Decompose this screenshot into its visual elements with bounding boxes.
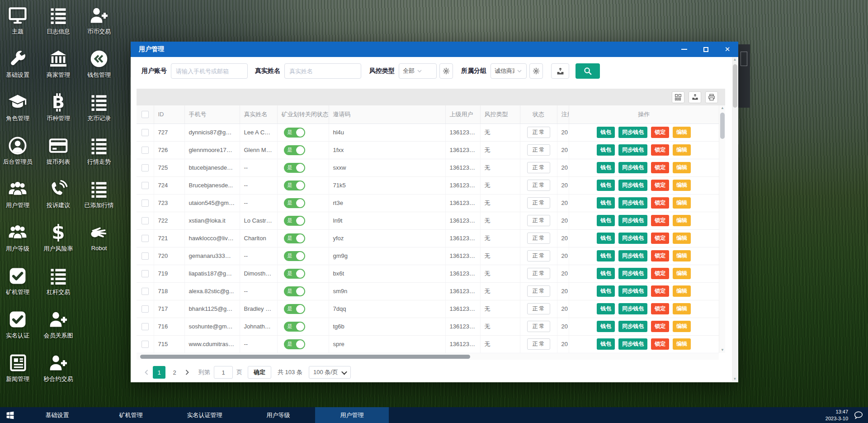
select-all-checkbox[interactable]: [142, 111, 149, 118]
row-checkbox[interactable]: [142, 323, 149, 330]
action-wallet-button[interactable]: 钱包: [597, 144, 615, 156]
action-lock-button[interactable]: 锁定: [651, 127, 669, 138]
action-edit-button[interactable]: 编辑: [673, 215, 691, 226]
row-checkbox[interactable]: [142, 182, 149, 189]
action-edit-button[interactable]: 编辑: [673, 144, 691, 156]
taskbar-clock[interactable]: 13:47 2023-3-10: [826, 409, 848, 422]
action-wallet-button[interactable]: 钱包: [597, 162, 615, 173]
desktop-icon-list[interactable]: 杠杆交易: [38, 262, 79, 306]
action-wallet-button[interactable]: 钱包: [597, 215, 615, 226]
desktop-icon-credit-card[interactable]: 提币列表: [38, 132, 79, 176]
action-lock-button[interactable]: 锁定: [651, 197, 669, 209]
action-lock-button[interactable]: 锁定: [651, 303, 669, 314]
row-checkbox[interactable]: [142, 147, 149, 154]
desktop-icon-newspaper[interactable]: 新闻管理: [0, 349, 38, 393]
table-hscroll-thumb[interactable]: [140, 355, 470, 359]
action-lock-button[interactable]: 锁定: [651, 144, 669, 156]
action-sync-wallet-button[interactable]: 同步钱包: [618, 180, 647, 191]
print-button[interactable]: [705, 91, 718, 103]
desktop-icon-check-square[interactable]: 矿机管理: [0, 262, 38, 306]
action-sync-wallet-button[interactable]: 同步钱包: [618, 144, 647, 156]
desktop-icon-person-circle[interactable]: 后台管理员: [0, 132, 38, 176]
desktop-icon-wallet[interactable]: 钱包管理: [79, 45, 119, 89]
action-wallet-button[interactable]: 钱包: [597, 285, 615, 297]
taskbar-item[interactable]: 用户等级: [241, 407, 315, 423]
action-edit-button[interactable]: 编辑: [673, 180, 691, 191]
minimize-button[interactable]: [673, 42, 695, 57]
desktop-icon-people[interactable]: 用户管理: [0, 176, 38, 219]
next-page-button[interactable]: [182, 370, 192, 375]
export-table-button[interactable]: [689, 91, 701, 103]
action-edit-button[interactable]: 编辑: [673, 321, 691, 332]
action-lock-button[interactable]: 锁定: [651, 268, 669, 279]
row-checkbox[interactable]: [142, 164, 149, 171]
close-button[interactable]: ✕: [717, 42, 738, 57]
action-edit-button[interactable]: 编辑: [673, 303, 691, 314]
desktop-icon-dollar[interactable]: 用户风险率: [38, 219, 79, 262]
action-wallet-button[interactable]: 钱包: [597, 338, 615, 350]
mining-transfer-toggle[interactable]: 是: [284, 198, 305, 208]
action-wallet-button[interactable]: 钱包: [597, 321, 615, 332]
maximize-button[interactable]: [695, 42, 717, 57]
desktop-icon-list[interactable]: 已添加行情: [79, 176, 119, 219]
action-edit-button[interactable]: 编辑: [673, 162, 691, 173]
group-settings-button[interactable]: [529, 63, 543, 79]
action-lock-button[interactable]: 锁定: [651, 250, 669, 261]
taskbar-item[interactable]: 基础设置: [20, 407, 94, 423]
realname-input[interactable]: [284, 63, 361, 79]
action-lock-button[interactable]: 锁定: [651, 233, 669, 244]
mining-transfer-toggle[interactable]: 是: [284, 251, 305, 261]
mining-transfer-toggle[interactable]: 是: [284, 286, 305, 296]
desktop-icon-person-plus[interactable]: 秒合约交易: [38, 349, 79, 393]
desktop-icon-check-square[interactable]: 实名认证: [0, 306, 38, 349]
window-scrollbar[interactable]: ▲ ▼: [732, 57, 738, 382]
taskbar-item[interactable]: 用户管理: [315, 407, 389, 423]
row-checkbox[interactable]: [142, 288, 149, 295]
risk-settings-button[interactable]: [439, 63, 453, 79]
action-wallet-button[interactable]: 钱包: [597, 127, 615, 138]
window-scroll-down-arrow[interactable]: ▼: [732, 376, 738, 382]
taskbar-item[interactable]: 矿机管理: [94, 407, 168, 423]
action-sync-wallet-button[interactable]: 同步钱包: [618, 321, 647, 332]
action-sync-wallet-button[interactable]: 同步钱包: [618, 162, 647, 173]
row-checkbox[interactable]: [142, 252, 149, 260]
account-input[interactable]: [171, 63, 248, 79]
desktop-icon-bitcoin[interactable]: 币种管理: [38, 89, 79, 132]
table-vertical-scrollbar[interactable]: ▲ ▼: [719, 105, 725, 353]
row-checkbox[interactable]: [142, 217, 149, 224]
mining-transfer-toggle[interactable]: 是: [284, 216, 305, 226]
group-select[interactable]: 诚信商家: [491, 63, 527, 79]
row-checkbox[interactable]: [142, 235, 149, 242]
action-wallet-button[interactable]: 钱包: [597, 303, 615, 314]
desktop-icon-list[interactable]: 充币记录: [79, 89, 119, 132]
mining-transfer-toggle[interactable]: 是: [284, 339, 305, 349]
action-edit-button[interactable]: 编辑: [673, 233, 691, 244]
action-wallet-button[interactable]: 钱包: [597, 250, 615, 261]
table-vscroll-thumb[interactable]: [720, 113, 725, 139]
action-edit-button[interactable]: 编辑: [673, 250, 691, 261]
row-checkbox[interactable]: [142, 305, 149, 313]
scroll-down-arrow[interactable]: ▼: [719, 347, 726, 353]
action-lock-button[interactable]: 锁定: [651, 338, 669, 350]
mining-transfer-toggle[interactable]: 是: [284, 181, 305, 190]
action-sync-wallet-button[interactable]: 同步钱包: [618, 303, 647, 314]
row-checkbox[interactable]: [142, 129, 149, 136]
row-checkbox[interactable]: [142, 341, 149, 348]
action-sync-wallet-button[interactable]: 同步钱包: [618, 268, 647, 279]
column-settings-button[interactable]: [672, 91, 684, 103]
action-lock-button[interactable]: 锁定: [651, 162, 669, 173]
chat-bubble-icon[interactable]: [854, 410, 863, 420]
action-edit-button[interactable]: 编辑: [673, 338, 691, 350]
mining-transfer-toggle[interactable]: 是: [284, 233, 305, 243]
action-sync-wallet-button[interactable]: 同步钱包: [618, 197, 647, 209]
action-lock-button[interactable]: 锁定: [651, 215, 669, 226]
desktop-icon-list[interactable]: 日志信息: [38, 2, 79, 45]
desktop-icon-monitor[interactable]: 主题: [0, 2, 38, 45]
confirm-button[interactable]: 确定: [248, 366, 271, 379]
row-checkbox[interactable]: [142, 270, 149, 277]
window-scroll-up-arrow[interactable]: ▲: [732, 57, 738, 62]
desktop-icon-people[interactable]: 用户等级: [0, 219, 38, 262]
action-edit-button[interactable]: 编辑: [673, 127, 691, 138]
action-wallet-button[interactable]: 钱包: [597, 233, 615, 244]
desktop-icon-person-plus[interactable]: 会员关系图: [38, 306, 79, 349]
